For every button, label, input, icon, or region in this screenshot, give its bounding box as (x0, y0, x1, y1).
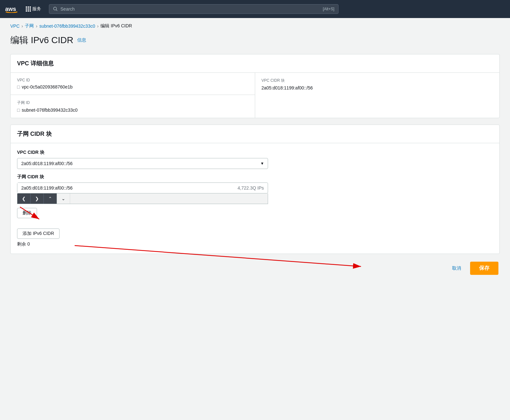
aws-logo-svg: aws (5, 5, 18, 13)
info-link[interactable]: 信息 (77, 37, 86, 43)
subnet-id-value: subnet-076fbb399432c33c0 (22, 107, 78, 113)
vpc-cidr-select-wrapper: 2a05:d018:1199:af00::/56 (17, 158, 268, 169)
vpc-details-title: VPC 详细信息 (17, 60, 54, 67)
page-content: VPC › 子网 › subnet-076fbb399432c33c0 › 编辑… (0, 18, 510, 288)
subnet-cidr-input-row: 4,722.3Q IPs (17, 182, 268, 193)
breadcrumb-subnet-id[interactable]: subnet-076fbb399432c33c0 (39, 23, 95, 29)
vpc-cidr-select[interactable]: 2a05:d018:1199:af00::/56 (17, 158, 268, 169)
footer-container: 取消 保存 (10, 262, 500, 275)
vpc-id-copy-icon[interactable]: □ (17, 84, 20, 89)
subnet-id-value-row: □ subnet-076fbb399432c33c0 (17, 107, 248, 113)
remaining-label: 剩余 (17, 241, 26, 247)
vpc-id-label: VPC ID (17, 78, 248, 82)
top-navigation: aws 服务 [Alt+S] (0, 0, 510, 18)
breadcrumb-sep-1: › (22, 23, 23, 29)
subnet-cidr-input[interactable] (17, 183, 234, 193)
delete-section: 删除 (17, 204, 493, 223)
subnet-cidr-title: 子网 CIDR 块 (17, 131, 52, 137)
remaining-value: 0 (27, 241, 30, 247)
grid-icon (26, 6, 31, 12)
vpc-id-value: vpc-0c5a0209368760e1b (22, 84, 72, 89)
subnet-cidr-body: VPC CIDR 块 2a05:d018:1199:af00::/56 子网 C… (11, 143, 499, 254)
delete-button[interactable]: 删除 (17, 208, 37, 218)
aws-logo: aws (5, 5, 18, 13)
breadcrumb-subnet[interactable]: 子网 (25, 23, 34, 29)
vpc-cidr-section: VPC CIDR 块 2a05:d018:1199:af00::/56 (255, 73, 500, 118)
page-title: 编辑 IPv6 CIDR (10, 34, 73, 46)
page-title-row: 编辑 IPv6 CIDR 信息 (10, 34, 500, 46)
stepper-left-group: ❮ ❯ ⌃ (17, 193, 57, 204)
vpc-details-card: VPC 详细信息 VPC ID □ vpc-0c5a0209368760e1b … (10, 54, 500, 118)
add-ipv6-button[interactable]: 添加 IPv6 CIDR (17, 229, 60, 239)
stepper-controls: ❮ ❯ ⌃ ⌄ (17, 193, 268, 204)
vpc-cidr-select-label: VPC CIDR 块 (17, 150, 493, 155)
vpc-cidr-value: 2a05:d018:1199:af00::/56 (262, 85, 313, 90)
stepper-next-btn[interactable]: ❯ (31, 193, 44, 204)
subnet-id-section: 子网 ID □ subnet-076fbb399432c33c0 (11, 95, 255, 118)
vpc-cidr-value-row: 2a05:d018:1199:af00::/56 (262, 85, 493, 90)
subnet-cidr-header: 子网 CIDR 块 (11, 125, 499, 143)
vpc-cidr-select-group: VPC CIDR 块 2a05:d018:1199:af00::/56 (17, 150, 493, 169)
breadcrumb-sep-2: › (36, 23, 37, 29)
svg-point-1 (53, 7, 56, 10)
cidr-ip-count: 4,722.3Q IPs (234, 183, 268, 193)
stepper-down-btn[interactable]: ⌄ (57, 193, 70, 204)
subnet-cidr-input-group: 子网 CIDR 块 4,722.3Q IPs ❮ ❯ ⌃ ⌄ (17, 174, 493, 223)
subnet-id-copy-icon[interactable]: □ (17, 107, 20, 113)
svg-line-2 (56, 10, 57, 11)
search-bar[interactable]: [Alt+S] (49, 4, 338, 14)
subnet-cidr-input-label: 子网 CIDR 块 (17, 174, 493, 180)
subnet-cidr-card: 子网 CIDR 块 VPC CIDR 块 2a05:d018:1199:af00… (10, 125, 500, 254)
breadcrumb-current: 编辑 IPv6 CIDR (100, 23, 132, 29)
stepper-prev-btn[interactable]: ❮ (17, 193, 31, 204)
vpc-id-section: VPC ID □ vpc-0c5a0209368760e1b (11, 73, 255, 95)
save-button[interactable]: 保存 (470, 262, 498, 275)
vpc-details-body: VPC ID □ vpc-0c5a0209368760e1b 子网 ID □ s… (11, 73, 499, 118)
stepper-up-btn[interactable]: ⌃ (44, 193, 57, 204)
cancel-button[interactable]: 取消 (447, 263, 466, 274)
vpc-id-value-row: □ vpc-0c5a0209368760e1b (17, 84, 248, 89)
vpc-cidr-label: VPC CIDR 块 (262, 78, 493, 83)
subnet-id-label: 子网 ID (17, 100, 248, 106)
search-shortcut: [Alt+S] (323, 7, 334, 11)
add-cidr-section: 添加 IPv6 CIDR 剩余 0 (17, 229, 493, 247)
services-label: 服务 (32, 6, 41, 12)
breadcrumb-sep-3: › (97, 23, 99, 29)
search-input[interactable] (60, 6, 320, 12)
stepper-right-group: ⌄ (57, 193, 268, 204)
search-icon (53, 6, 58, 12)
breadcrumb-vpc[interactable]: VPC (10, 23, 20, 29)
remaining-text: 剩余 0 (17, 241, 493, 247)
vpc-details-header: VPC 详细信息 (11, 54, 499, 73)
breadcrumb: VPC › 子网 › subnet-076fbb399432c33c0 › 编辑… (10, 23, 500, 29)
footer-actions: 取消 保存 (10, 262, 500, 275)
vpc-details-left: VPC ID □ vpc-0c5a0209368760e1b 子网 ID □ s… (11, 73, 255, 118)
services-button[interactable]: 服务 (23, 4, 44, 14)
svg-text:aws: aws (5, 6, 16, 12)
